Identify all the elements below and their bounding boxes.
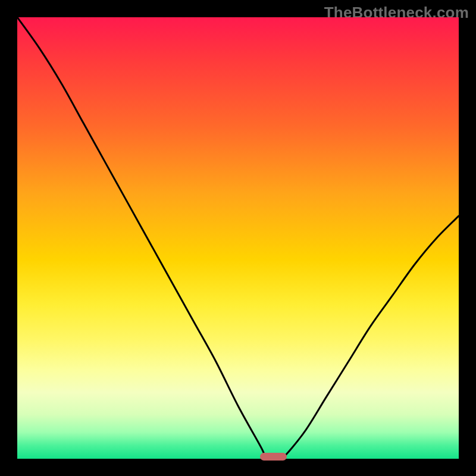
- plot-area: [17, 17, 459, 459]
- bottleneck-curve: [17, 17, 459, 459]
- optimal-range-marker: [260, 453, 287, 461]
- chart-frame: TheBottleneck.com: [0, 0, 476, 476]
